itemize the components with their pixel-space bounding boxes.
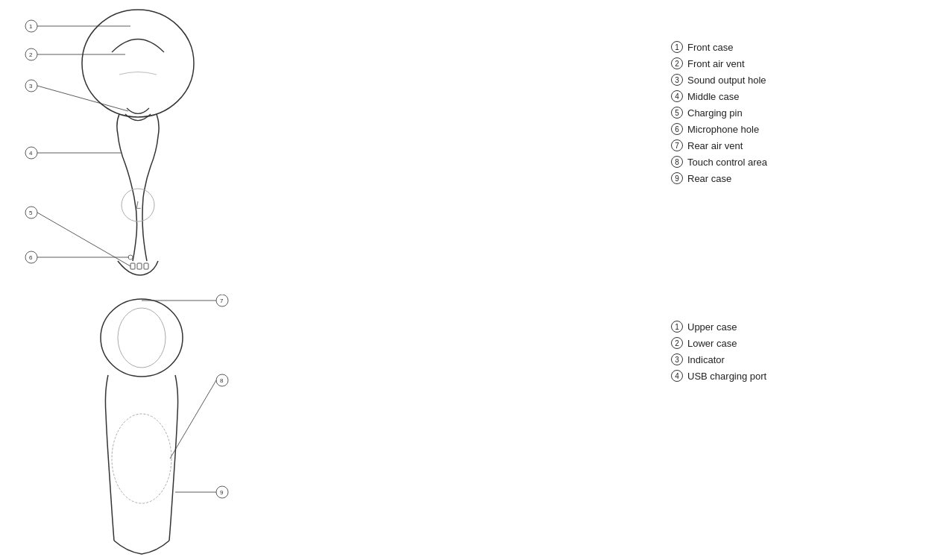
- legend-item-4: 4Middle case: [671, 90, 902, 102]
- svg-text:L: L: [136, 199, 142, 211]
- legend-label-9: Rear case: [687, 173, 731, 184]
- svg-text:8: 8: [220, 377, 224, 384]
- svg-text:3: 3: [29, 83, 33, 89]
- legend-num-1: 1: [671, 41, 683, 53]
- svg-text:5: 5: [29, 210, 33, 216]
- legend-num-7: 7: [671, 139, 683, 151]
- legend-num-6: 6: [671, 123, 683, 135]
- svg-rect-5: [144, 263, 148, 269]
- legend-label-4: Middle case: [687, 91, 739, 102]
- main-container: L 1 2 3: [0, 0, 926, 560]
- svg-text:4: 4: [29, 150, 33, 157]
- bottom-legend-label-2: Lower case: [687, 338, 737, 349]
- legend-label-3: Sound output hole: [687, 75, 766, 86]
- legend-num-9: 9: [671, 172, 683, 184]
- legend-item-6: 6Microphone hole: [671, 123, 902, 135]
- earbud-front-view: L 1 2 3: [0, 0, 313, 291]
- bottom-legend-num-1: 1: [671, 321, 683, 333]
- legend-item-9: 9Rear case: [671, 172, 902, 184]
- legend-item-8: 8Touch control area: [671, 156, 902, 168]
- bottom-legend-label-1: Upper case: [687, 321, 737, 333]
- bottom-legend-item-4: 4USB charging port: [671, 370, 880, 382]
- svg-line-19: [37, 213, 130, 266]
- bottom-legend-num-4: 4: [671, 370, 683, 382]
- legend-item-3: 3Sound output hole: [671, 74, 902, 86]
- bottom-legend-item-3: 3Indicator: [671, 353, 880, 365]
- svg-text:7: 7: [220, 298, 224, 304]
- svg-text:9: 9: [220, 489, 224, 496]
- legend-item-1: 1Front case: [671, 41, 902, 53]
- legend-label-6: Microphone hole: [687, 124, 759, 135]
- legend-num-8: 8: [671, 156, 683, 168]
- svg-text:6: 6: [29, 254, 33, 261]
- legend-label-8: Touch control area: [687, 157, 767, 168]
- legend-bottom: 1Upper case2Lower case3Indicator4USB cha…: [671, 321, 880, 386]
- legend-num-4: 4: [671, 90, 683, 102]
- svg-text:1: 1: [29, 23, 33, 30]
- svg-rect-4: [137, 263, 142, 269]
- svg-point-26: [118, 308, 166, 368]
- legend-num-3: 3: [671, 74, 683, 86]
- svg-point-27: [112, 414, 171, 503]
- svg-point-25: [101, 299, 183, 377]
- legend-label-1: Front case: [687, 42, 733, 53]
- bottom-legend-num-2: 2: [671, 337, 683, 349]
- legend-num-2: 2: [671, 57, 683, 69]
- legend-item-5: 5Charging pin: [671, 107, 902, 119]
- svg-rect-3: [130, 263, 135, 269]
- bottom-legend-label-3: Indicator: [687, 354, 725, 365]
- svg-text:2: 2: [29, 51, 33, 58]
- svg-line-13: [37, 86, 128, 111]
- legend-top: 1Front case2Front air vent3Sound output …: [671, 41, 902, 189]
- bottom-legend-num-3: 3: [671, 353, 683, 365]
- legend-label-7: Rear air vent: [687, 140, 743, 151]
- legend-num-5: 5: [671, 107, 683, 119]
- legend-label-5: Charging pin: [687, 107, 743, 119]
- legend-label-2: Front air vent: [687, 58, 745, 69]
- bottom-legend-label-4: USB charging port: [687, 371, 766, 382]
- svg-point-0: [82, 10, 194, 117]
- bottom-legend-item-2: 2Lower case: [671, 337, 880, 349]
- earbud-rear-view: 7 8 9: [0, 291, 253, 560]
- legend-item-2: 2Front air vent: [671, 57, 902, 69]
- bottom-legend-item-1: 1Upper case: [671, 321, 880, 333]
- legend-item-7: 7Rear air vent: [671, 139, 902, 151]
